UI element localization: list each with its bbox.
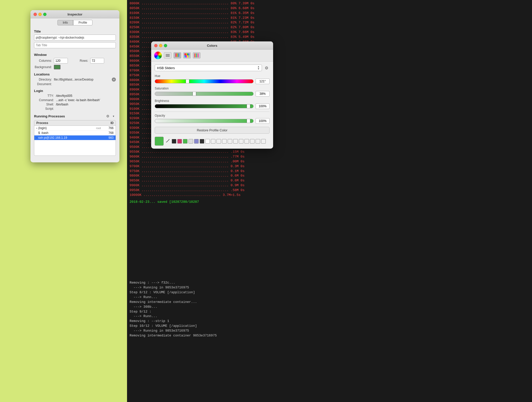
swatch-empty-8[interactable] <box>250 139 255 144</box>
color-pencils-icon[interactable] <box>174 52 181 58</box>
window-section-label: Window <box>34 53 116 57</box>
current-color-swatch[interactable] <box>155 137 164 146</box>
colors-body: HSB Sliders ▲ ▼ ⚙ Hue Saturation <box>151 61 273 149</box>
opacity-label: Opacity <box>155 114 270 117</box>
swatch-empty-10[interactable] <box>261 139 266 144</box>
opacity-value-input[interactable] <box>256 118 270 124</box>
brightness-thumb[interactable] <box>247 104 250 108</box>
opacity-slider[interactable] <box>155 119 254 123</box>
slider-mode-label: HSB Sliders <box>157 66 257 70</box>
color-wheel-icon[interactable] <box>154 52 162 59</box>
swatch-empty-1[interactable] <box>211 139 215 144</box>
eyedropper-button[interactable] <box>165 138 171 144</box>
table-row[interactable]: • $ -bash 768 <box>34 131 116 135</box>
svg-rect-11 <box>184 55 186 57</box>
tab-profile[interactable]: Profile <box>73 20 92 25</box>
columns-input[interactable] <box>54 58 68 64</box>
swatch-empty-5[interactable] <box>233 139 238 144</box>
saturation-slider[interactable] <box>155 92 254 96</box>
tab-title-input[interactable] <box>34 42 116 48</box>
background-color-swatch[interactable] <box>54 65 60 69</box>
document-label: Document: <box>34 82 52 86</box>
table-row[interactable]: • (login) root 766 <box>34 126 116 131</box>
table-row[interactable]: • ssh pi@192.168.1.19 983 <box>34 135 116 140</box>
rows-input[interactable] <box>90 58 104 64</box>
saturation-row <box>155 91 270 97</box>
swatch-empty-9[interactable] <box>256 139 260 144</box>
title-input[interactable] <box>34 35 116 41</box>
processes-chevron-button[interactable]: ▾ <box>111 114 116 118</box>
terminal-status-line: 2018-02-23... saved [10287280/10287 <box>130 200 529 205</box>
background-label: Background: <box>34 65 52 69</box>
color-crayons-icon[interactable] <box>193 52 200 58</box>
processes-gear-button[interactable]: ⚙ <box>105 114 110 119</box>
minimize-button[interactable] <box>38 13 42 16</box>
colors-maximize-button[interactable] <box>164 44 167 47</box>
swatch-empty-4[interactable] <box>228 139 232 144</box>
swatch-green[interactable] <box>183 139 187 144</box>
shell-label: Shell: <box>34 103 54 106</box>
swatch-empty-3[interactable] <box>222 139 227 144</box>
color-sliders-icon[interactable] <box>164 52 171 58</box>
maximize-button[interactable] <box>43 13 46 16</box>
processes-section: Running Processes ⚙ ▾ Process ID • (logi… <box>34 114 116 156</box>
terminal-footer-line: ---> 308b... <box>130 305 529 310</box>
terminal-line: 9650K ..................................… <box>130 159 529 164</box>
hue-label: Hue <box>155 74 270 78</box>
hue-value-input[interactable] <box>256 79 270 84</box>
svg-rect-0 <box>166 54 170 55</box>
terminal-footer-line: ---> Runn... <box>130 314 529 319</box>
directory-clear-button[interactable]: ✕ <box>112 78 116 82</box>
svg-rect-15 <box>194 53 195 57</box>
terminal-line: 8150K ..................................… <box>130 16 529 21</box>
svg-rect-16 <box>195 53 196 57</box>
colors-toolbar <box>151 50 273 61</box>
saturation-value-input[interactable] <box>256 91 270 97</box>
brightness-value-input[interactable] <box>256 103 270 109</box>
opacity-thumb[interactable] <box>247 119 250 123</box>
svg-rect-10 <box>188 53 190 55</box>
restore-profile-color-button[interactable]: Restore Profile Color <box>155 127 270 134</box>
swatch-light[interactable] <box>189 139 193 144</box>
swatch-dark[interactable] <box>172 139 176 144</box>
swatch-white[interactable] <box>205 139 210 144</box>
terminal-line: 9700K ..................................… <box>130 164 529 169</box>
colors-close-button[interactable] <box>154 44 158 47</box>
process-user: root <box>96 127 101 130</box>
swatch-darkgray[interactable] <box>200 139 204 144</box>
login-section: Login TTY: /dev/ttys005 Command: ...ash … <box>34 89 116 111</box>
swatch-empty-2[interactable] <box>216 139 221 144</box>
terminal-line: 9550K ..................................… <box>130 150 529 154</box>
close-button[interactable] <box>34 13 37 16</box>
colors-titlebar: Colors <box>151 41 273 50</box>
swatch-empty-6[interactable] <box>239 139 243 144</box>
color-palette-icon[interactable] <box>183 52 191 58</box>
processes-header: Running Processes ⚙ ▾ <box>34 114 116 119</box>
svg-rect-5 <box>178 53 178 57</box>
saturation-thumb[interactable] <box>193 92 196 96</box>
divider <box>155 112 270 112</box>
title-section-label: Title <box>34 29 116 33</box>
inspector-tab-bar: Info Profile <box>30 18 119 27</box>
swatch-purple[interactable] <box>194 139 199 144</box>
background-row: Background: <box>34 65 116 69</box>
terminal-line: 9750K ..................................… <box>130 169 529 174</box>
swatch-empty-7[interactable] <box>244 139 249 144</box>
terminal-line: 9850K ..................................… <box>130 178 529 183</box>
swatch-pink[interactable] <box>177 139 182 144</box>
terminal-line: 8000K ..................................… <box>130 1 529 6</box>
slider-gear-button[interactable]: ⚙ <box>263 65 270 71</box>
hue-thumb[interactable] <box>186 79 189 83</box>
tab-info[interactable]: Info <box>57 20 73 25</box>
processes-thead: Process ID <box>34 120 116 126</box>
brightness-slider[interactable] <box>155 104 254 108</box>
inspector-window: Inspector Info Profile Title Window Colu… <box>30 10 119 162</box>
hue-slider[interactable] <box>155 79 254 83</box>
color-swatches-row <box>155 137 270 146</box>
tty-label: TTY: <box>34 94 54 98</box>
slider-mode-spinner[interactable]: ▲ ▼ <box>257 66 260 70</box>
directory-label: Directory: <box>34 78 52 81</box>
brightness-label: Brightness <box>155 99 270 103</box>
colors-minimize-button[interactable] <box>159 44 162 47</box>
tty-row: TTY: /dev/ttys005 <box>34 94 116 98</box>
